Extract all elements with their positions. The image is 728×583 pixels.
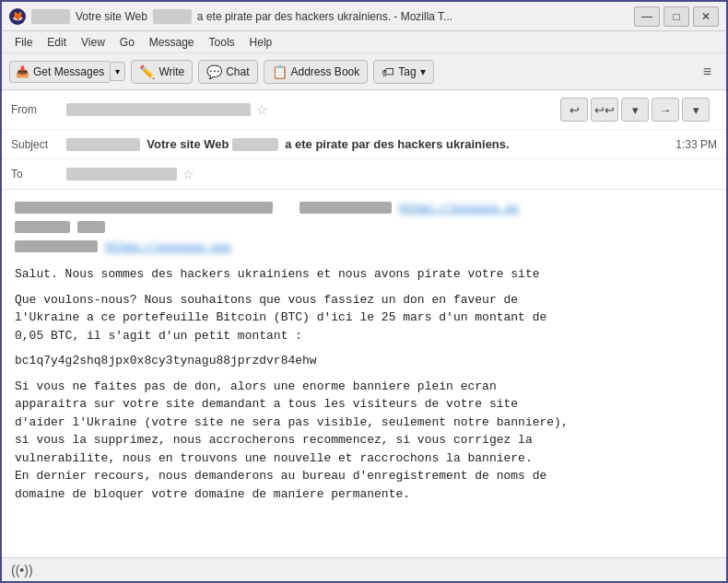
reply-all-button[interactable]: ↩↩ xyxy=(591,98,618,122)
to-value xyxy=(66,168,177,181)
email-paragraph-1: Que voulons-nous? Nous souhaitons que vo… xyxy=(15,291,713,345)
menu-view[interactable]: View xyxy=(76,34,111,51)
title-text-2: a ete pirate par des hackers ukrainiens.… xyxy=(197,10,452,23)
subject-text: Votre site Web xyxy=(147,137,229,151)
from-row-left: From ☆ xyxy=(11,102,553,117)
tag-icon: 🏷 xyxy=(382,64,394,79)
menu-go[interactable]: Go xyxy=(114,34,140,51)
to-star-icon[interactable]: ☆ xyxy=(182,167,194,181)
write-icon: ✏️ xyxy=(139,64,155,79)
tag-dropdown-arrow: ▾ xyxy=(420,65,426,78)
expand-header-button[interactable]: ▾ xyxy=(621,98,649,122)
from-label: From xyxy=(11,103,66,116)
chat-label: Chat xyxy=(226,65,249,78)
meta-separator xyxy=(280,202,292,217)
meta-line-1-b xyxy=(299,202,392,214)
minimize-button[interactable]: — xyxy=(634,6,660,27)
title-blurred-2: ████ xyxy=(153,9,192,24)
subject-blurred xyxy=(66,138,140,151)
address-book-button[interactable]: 📋 Address Book xyxy=(264,60,369,84)
email-greeting: Salut. Nous sommes des hackers ukrainien… xyxy=(15,265,713,284)
get-messages-dropdown[interactable]: ▾ xyxy=(110,62,125,81)
maximize-button[interactable]: □ xyxy=(663,6,689,27)
tag-button[interactable]: 🏷 Tag ▾ xyxy=(373,60,433,84)
app-icon: 🦊 xyxy=(9,8,26,25)
address-book-label: Address Book xyxy=(291,65,360,78)
tag-label: Tag xyxy=(398,65,416,78)
main-window: 🦊 ████ Votre site Web ████ a ete pirate … xyxy=(0,0,728,583)
title-bar: 🦊 ████ Votre site Web ████ a ete pirate … xyxy=(2,2,726,31)
email-btc-address: bc1q7y4g2shq8jpx0x8cy3tynagu88jprzdvr84e… xyxy=(15,352,713,370)
email-body: https://xxxxxxx.xx https://xxxxxxx.xxx S… xyxy=(2,190,726,557)
meta-line-3-blurred xyxy=(15,240,98,252)
meta-line-1-blurred xyxy=(15,202,273,214)
chat-button[interactable]: 💬 Chat xyxy=(198,60,257,84)
address-book-icon: 📋 xyxy=(272,64,288,79)
meta-line-2-blurred xyxy=(15,221,70,233)
menu-help[interactable]: Help xyxy=(244,34,278,51)
subject-blurred-2 xyxy=(232,138,278,151)
menu-edit[interactable]: Edit xyxy=(41,34,72,51)
status-bar: ((•)) xyxy=(2,557,726,581)
menu-tools[interactable]: Tools xyxy=(204,34,241,51)
reply-button[interactable]: ↩ xyxy=(560,98,588,122)
more-actions-button[interactable]: ▾ xyxy=(682,98,710,122)
chat-icon: 💬 xyxy=(206,64,222,79)
email-paragraph-2: Si vous ne faites pas de don, alors une … xyxy=(15,378,713,504)
window-controls: — □ ✕ xyxy=(634,6,719,27)
forward-button[interactable]: → xyxy=(652,98,679,122)
meta-link-1: https://xxxxxxx.xx xyxy=(399,201,519,217)
get-messages-icon: 📥 xyxy=(16,65,29,78)
subject-row: Subject Votre site Web a ete pirate par … xyxy=(2,130,726,159)
email-header: From ☆ ↩ ↩↩ ▾ → ▾ Subject Votre site Web… xyxy=(2,90,726,190)
close-button[interactable]: ✕ xyxy=(693,6,719,27)
subject-value: Votre site Web a ete pirate par des hack… xyxy=(66,137,668,152)
get-messages-button[interactable]: 📥 Get Messages xyxy=(9,61,110,83)
toolbar: 📥 Get Messages ▾ ✏️ Write 💬 Chat 📋 Addre… xyxy=(2,53,726,90)
menu-bar: File Edit View Go Message Tools Help xyxy=(2,31,726,53)
write-label: Write xyxy=(159,65,184,78)
title-text-1: Votre site Web xyxy=(76,10,147,23)
to-label: To xyxy=(11,168,66,181)
get-messages-button-group: 📥 Get Messages ▾ xyxy=(9,61,125,83)
email-action-buttons: ↩ ↩↩ ▾ → ▾ xyxy=(553,94,717,125)
meta-line-2-b xyxy=(77,221,105,233)
write-button[interactable]: ✏️ Write xyxy=(131,60,193,84)
title-left: 🦊 ████ Votre site Web ████ a ete pirate … xyxy=(9,8,452,25)
from-star-icon[interactable]: ☆ xyxy=(256,102,268,117)
subject-rest: a ete pirate par des hackers ukrainiens. xyxy=(285,137,510,151)
signal-icon: ((•)) xyxy=(11,563,33,577)
get-messages-label: Get Messages xyxy=(33,65,104,78)
to-row: To ☆ xyxy=(2,159,726,189)
subject-label: Subject xyxy=(11,138,66,151)
menu-file[interactable]: File xyxy=(9,34,38,51)
meta-link-2: https://xxxxxxx.xxx xyxy=(105,239,231,256)
hamburger-menu-button[interactable]: ≡ xyxy=(696,60,719,84)
title-blurred-1: ████ xyxy=(31,9,70,24)
email-timestamp: 1:33 PM xyxy=(668,138,717,151)
from-value xyxy=(66,103,251,116)
email-meta-blurred: https://xxxxxxx.xx https://xxxxxxx.xxx xyxy=(15,201,713,256)
menu-message[interactable]: Message xyxy=(144,34,200,51)
from-row: From ☆ ↩ ↩↩ ▾ → ▾ xyxy=(2,90,726,130)
